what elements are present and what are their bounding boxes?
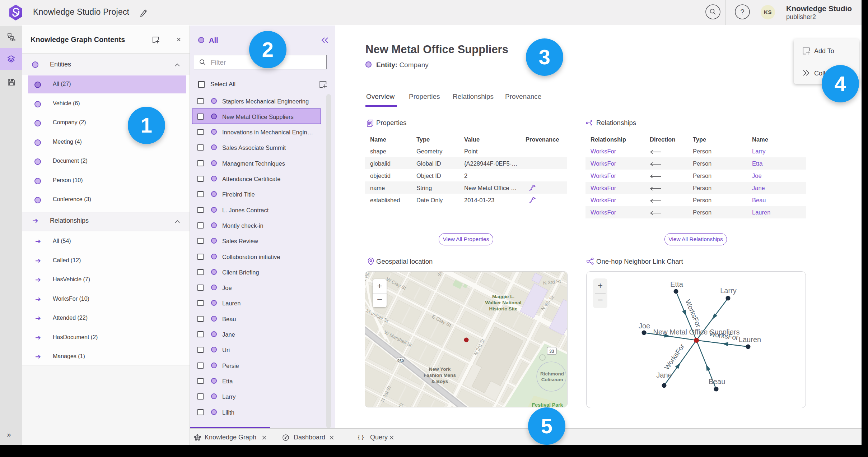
svg-text:Etta: Etta (670, 280, 683, 288)
svg-text:Richmond: Richmond (540, 371, 564, 377)
svg-text:?: ? (740, 8, 744, 16)
svg-text:250: 250 (397, 359, 404, 363)
svg-text:Walker National: Walker National (485, 300, 522, 305)
svg-text:33: 33 (549, 349, 554, 354)
svg-text:Festival Park: Festival Park (532, 402, 563, 407)
svg-text:Historic Site: Historic Site (489, 306, 518, 311)
svg-text:Beau: Beau (709, 378, 725, 386)
svg-text:WorksFor: WorksFor (663, 342, 686, 371)
svg-text:& Boys: & Boys (431, 379, 448, 384)
svg-text:Joe: Joe (639, 322, 650, 330)
svg-text:Coliseum: Coliseum (541, 377, 563, 382)
svg-text:Maggie L.: Maggie L. (492, 294, 514, 299)
svg-text:New York: New York (429, 366, 451, 372)
svg-text:WorksFor: WorksFor (684, 299, 703, 329)
svg-text:Fashion Mens: Fashion Mens (424, 373, 456, 378)
svg-text:Larry: Larry (720, 287, 737, 295)
svg-text:Jane: Jane (656, 371, 672, 379)
svg-text:Lauren: Lauren (739, 336, 761, 343)
